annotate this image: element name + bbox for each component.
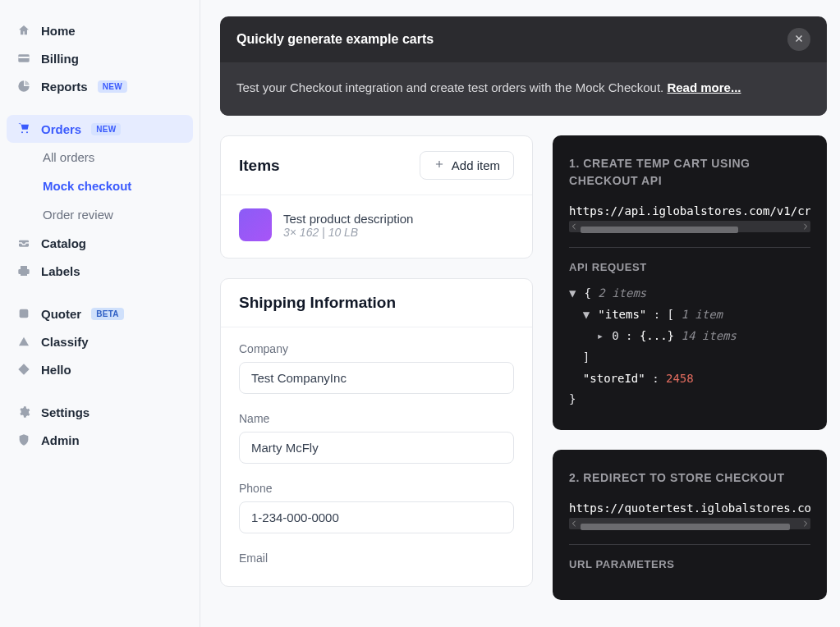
- shipping-title: Shipping Information: [239, 294, 396, 312]
- sidebar-item-catalog[interactable]: Catalog: [7, 229, 193, 257]
- sidebar-item-billing[interactable]: Billing: [7, 44, 193, 72]
- items-card: Items Add item Test product description …: [220, 135, 533, 259]
- diamond-icon: [16, 362, 31, 377]
- sidebar-label-admin: Admin: [41, 433, 80, 447]
- badge-new: NEW: [91, 123, 121, 135]
- square-icon: [16, 306, 31, 321]
- sidebar-label-reports: Reports: [41, 80, 88, 94]
- sidebar-item-orders[interactable]: Orders NEW: [7, 115, 193, 143]
- item-row[interactable]: Test product description 3× 162 | 10 LB: [221, 195, 532, 258]
- inbox-icon: [16, 236, 31, 250]
- code-panel-1: 1. CREATE TEMP CART USING CHECKOUT API h…: [553, 135, 827, 430]
- sidebar-label-classify: Classify: [41, 335, 89, 349]
- code-panel-2: 2. REDIRECT TO STORE CHECKOUT https://qu…: [553, 450, 827, 600]
- shield-icon: [16, 432, 31, 447]
- horizontal-scrollbar[interactable]: [569, 518, 810, 529]
- json-viewer[interactable]: ▼ { 2 items ▼ "items" : [ 1 item ▸ 0 : {…: [569, 283, 810, 410]
- sidebar-label-home: Home: [41, 24, 76, 38]
- pie-chart-icon: [16, 79, 31, 94]
- sidebar-label-settings: Settings: [41, 405, 90, 419]
- name-input[interactable]: [239, 432, 514, 464]
- sidebar-label-labels: Labels: [41, 264, 80, 278]
- cart-icon: [16, 121, 31, 136]
- sidebar-label-billing: Billing: [41, 52, 79, 66]
- sidebar-label-orders: Orders: [41, 122, 81, 136]
- home-icon: [16, 23, 31, 38]
- name-label: Name: [239, 412, 514, 425]
- gear-icon: [16, 405, 31, 419]
- items-title: Items: [239, 157, 280, 175]
- plus-icon: [434, 158, 445, 172]
- sidebar-sub-all-orders[interactable]: All orders: [7, 143, 193, 172]
- horizontal-scrollbar[interactable]: [569, 221, 810, 232]
- printer-icon: [16, 263, 31, 278]
- svg-rect-3: [20, 309, 29, 318]
- sidebar-label-hello: Hello: [41, 363, 71, 377]
- code-step-2: 2. REDIRECT TO STORE CHECKOUT: [569, 469, 810, 487]
- svg-rect-1: [18, 57, 29, 58]
- company-label: Company: [239, 342, 514, 355]
- item-description: Test product description: [283, 212, 413, 226]
- info-banner: Quickly generate example carts Test your…: [220, 16, 827, 116]
- phone-label: Phone: [239, 482, 514, 495]
- main-content: Quickly generate example carts Test your…: [200, 0, 840, 627]
- badge-new: NEW: [98, 80, 127, 93]
- sidebar-item-settings[interactable]: Settings: [7, 398, 193, 426]
- credit-card-icon: [16, 51, 31, 66]
- sidebar-label-quoter: Quoter: [41, 307, 81, 321]
- banner-title: Quickly generate example carts: [236, 32, 434, 47]
- email-label: Email: [239, 551, 514, 565]
- sidebar-item-hello[interactable]: Hello: [7, 355, 193, 383]
- code-step-1: 1. CREATE TEMP CART USING CHECKOUT API: [569, 155, 810, 190]
- url-params-label: URL PARAMETERS: [569, 558, 810, 570]
- sidebar-item-home[interactable]: Home: [7, 16, 193, 44]
- phone-input[interactable]: [239, 501, 514, 533]
- close-icon: [793, 33, 805, 47]
- sidebar: Home Billing Reports NEW Orders NEW All …: [0, 0, 200, 627]
- sidebar-item-reports[interactable]: Reports NEW: [7, 72, 193, 100]
- sidebar-sub-order-review[interactable]: Order review: [7, 200, 193, 229]
- sidebar-sub-mock-checkout[interactable]: Mock checkout: [7, 172, 193, 200]
- read-more-link[interactable]: Read more...: [667, 80, 741, 94]
- item-thumbnail: [239, 208, 272, 241]
- close-button[interactable]: [787, 28, 810, 51]
- add-item-label: Add item: [452, 158, 500, 172]
- company-input[interactable]: [239, 362, 514, 394]
- sidebar-item-quoter[interactable]: Quoter BETA: [7, 300, 193, 327]
- shipping-card: Shipping Information Company Name Phone: [220, 278, 533, 587]
- code-url-2: https://quotertest.iglobalstores.com: [569, 501, 810, 515]
- add-item-button[interactable]: Add item: [420, 151, 514, 180]
- api-request-label: API REQUEST: [569, 261, 810, 273]
- sidebar-item-classify[interactable]: Classify: [7, 327, 193, 355]
- sidebar-label-catalog: Catalog: [41, 236, 86, 250]
- sidebar-item-labels[interactable]: Labels: [7, 257, 193, 285]
- badge-beta: BETA: [91, 308, 124, 320]
- sidebar-item-admin[interactable]: Admin: [7, 426, 193, 454]
- triangle-icon: [16, 334, 31, 349]
- banner-text: Test your Checkout integration and creat…: [236, 80, 667, 94]
- item-meta: 3× 162 | 10 LB: [283, 226, 413, 239]
- code-url-1: https://api.iglobalstores.com/v1/cre: [569, 204, 810, 217]
